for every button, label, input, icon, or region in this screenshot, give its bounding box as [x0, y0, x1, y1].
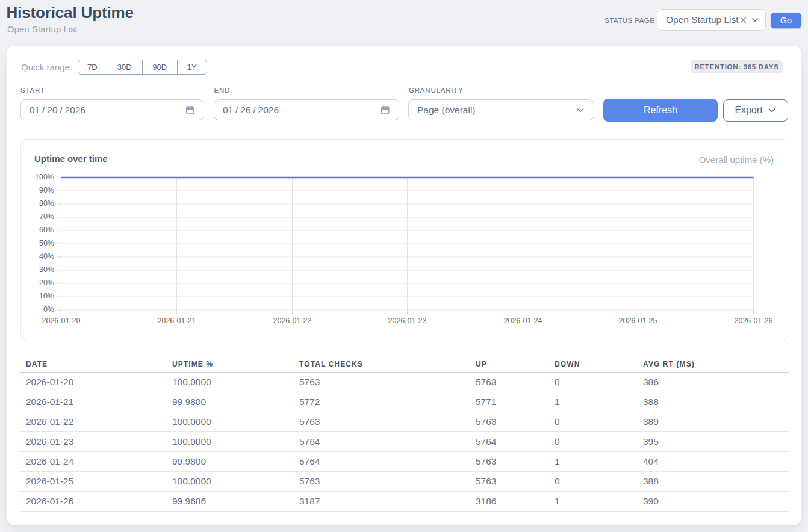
svg-text:30%: 30%: [39, 265, 54, 274]
svg-text:20%: 20%: [39, 279, 54, 287]
svg-text:60%: 60%: [39, 226, 54, 234]
svg-text:50%: 50%: [39, 239, 54, 247]
svg-text:2026-01-22: 2026-01-22: [273, 317, 312, 325]
svg-text:0%: 0%: [43, 305, 54, 314]
svg-text:100%: 100%: [35, 173, 54, 181]
svg-text:90%: 90%: [39, 186, 54, 194]
svg-text:2026-01-23: 2026-01-23: [388, 317, 427, 325]
svg-text:2026-01-21: 2026-01-21: [158, 317, 196, 325]
svg-text:80%: 80%: [39, 199, 54, 208]
svg-text:2026-01-24: 2026-01-24: [504, 317, 542, 325]
svg-text:2026-01-26: 2026-01-26: [735, 317, 773, 325]
svg-text:40%: 40%: [39, 252, 54, 261]
svg-text:2026-01-25: 2026-01-25: [619, 317, 657, 325]
svg-text:2026-01-20: 2026-01-20: [42, 317, 81, 325]
svg-text:70%: 70%: [39, 212, 54, 221]
svg-text:10%: 10%: [39, 292, 54, 300]
